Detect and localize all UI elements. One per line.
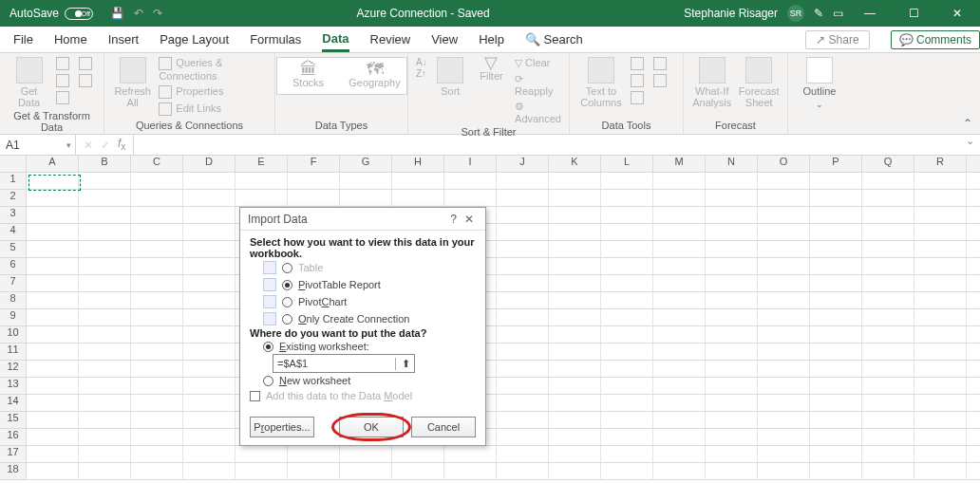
cell[interactable] <box>79 258 131 274</box>
row-header[interactable]: 8 <box>0 292 27 308</box>
cell[interactable] <box>549 224 601 240</box>
cell[interactable] <box>131 344 183 360</box>
cell[interactable] <box>549 378 601 394</box>
remove-dup-icon[interactable] <box>631 74 644 87</box>
col-header[interactable]: M <box>653 156 706 172</box>
cell[interactable] <box>862 224 914 240</box>
row-header[interactable]: 13 <box>0 378 27 394</box>
cell[interactable] <box>288 446 340 462</box>
row-header[interactable]: 1 <box>0 173 27 189</box>
cell[interactable] <box>288 190 340 206</box>
cell[interactable] <box>236 463 288 479</box>
row-header[interactable]: 14 <box>0 395 27 411</box>
cell[interactable] <box>236 173 288 189</box>
save-icon[interactable]: 💾 <box>110 7 124 20</box>
col-header[interactable]: D <box>183 156 236 172</box>
cell[interactable] <box>131 241 183 257</box>
col-header[interactable]: H <box>392 156 444 172</box>
cell[interactable] <box>810 241 862 257</box>
cell[interactable] <box>810 275 862 291</box>
cell[interactable] <box>862 207 914 223</box>
label-only-connection[interactable]: Only Create Connection <box>298 313 409 325</box>
cell[interactable] <box>549 412 601 428</box>
cell[interactable] <box>653 378 706 394</box>
cell[interactable] <box>27 275 79 291</box>
cell[interactable] <box>497 292 549 308</box>
cell[interactable] <box>79 224 131 240</box>
cell[interactable] <box>549 446 601 462</box>
cell[interactable] <box>653 258 706 274</box>
cell[interactable] <box>810 412 862 428</box>
cell[interactable] <box>601 309 653 325</box>
sort-button[interactable]: Sort <box>433 57 468 97</box>
cell[interactable] <box>183 326 236 343</box>
cell[interactable] <box>27 173 79 189</box>
cell[interactable] <box>27 207 79 223</box>
tab-file[interactable]: File <box>13 28 33 50</box>
cell[interactable] <box>497 173 549 189</box>
cell[interactable] <box>706 361 758 377</box>
cell[interactable] <box>183 224 236 240</box>
cell[interactable] <box>758 378 810 394</box>
cell[interactable] <box>497 361 549 377</box>
cell[interactable] <box>758 207 810 223</box>
worksheet-grid[interactable]: A B C D E F G H I J K L M N O P Q R 1234… <box>0 156 980 480</box>
close-window-button[interactable]: ✕ <box>940 0 974 27</box>
cell[interactable] <box>862 429 914 445</box>
cell[interactable] <box>549 361 601 377</box>
radio-only-connection[interactable] <box>282 314 292 325</box>
cell[interactable] <box>497 378 549 394</box>
cell[interactable] <box>653 292 706 308</box>
cell[interactable] <box>914 190 967 206</box>
cell[interactable] <box>758 412 810 428</box>
cell[interactable] <box>601 378 653 394</box>
cell[interactable] <box>79 446 131 462</box>
cell[interactable] <box>27 361 79 377</box>
cell[interactable] <box>79 412 131 428</box>
cell[interactable] <box>497 326 549 343</box>
range-input[interactable]: =$A$1⬆ <box>273 354 415 373</box>
cell[interactable] <box>758 224 810 240</box>
cell[interactable] <box>653 361 706 377</box>
cell[interactable] <box>914 378 967 394</box>
col-header[interactable]: P <box>810 156 862 172</box>
cell[interactable] <box>549 241 601 257</box>
cell[interactable] <box>810 378 862 394</box>
cell[interactable] <box>653 412 706 428</box>
radio-existing-worksheet[interactable] <box>263 342 273 352</box>
cell[interactable] <box>27 326 79 343</box>
cell[interactable] <box>79 292 131 308</box>
cell[interactable] <box>497 190 549 206</box>
cell[interactable] <box>27 344 79 360</box>
search-button[interactable]: 🔍 Search <box>525 28 583 50</box>
col-header[interactable]: C <box>131 156 183 172</box>
cell[interactable] <box>79 463 131 479</box>
from-web-icon[interactable] <box>56 74 69 87</box>
col-header[interactable]: A <box>27 156 79 172</box>
cell[interactable] <box>862 463 914 479</box>
undo-icon[interactable]: ↶ <box>134 7 143 20</box>
cell[interactable] <box>601 344 653 360</box>
cell[interactable] <box>706 378 758 394</box>
cell[interactable] <box>27 446 79 462</box>
cell[interactable] <box>706 446 758 462</box>
cell[interactable] <box>131 326 183 343</box>
row-header[interactable]: 17 <box>0 446 27 462</box>
cell[interactable] <box>392 173 444 189</box>
cell[interactable] <box>810 207 862 223</box>
cell[interactable] <box>810 224 862 240</box>
cell[interactable] <box>288 463 340 479</box>
cell[interactable] <box>340 190 392 206</box>
cell[interactable] <box>601 361 653 377</box>
cell[interactable] <box>862 395 914 411</box>
cell[interactable] <box>862 258 914 274</box>
cell[interactable] <box>653 241 706 257</box>
consolidate-icon[interactable] <box>653 57 667 70</box>
cell[interactable] <box>601 241 653 257</box>
fx-icon[interactable]: fx <box>118 137 125 152</box>
radio-pivotchart[interactable] <box>282 297 292 307</box>
row-header[interactable]: 5 <box>0 241 27 257</box>
cell[interactable] <box>444 463 497 479</box>
cell[interactable] <box>79 241 131 257</box>
col-header[interactable]: J <box>497 156 549 172</box>
